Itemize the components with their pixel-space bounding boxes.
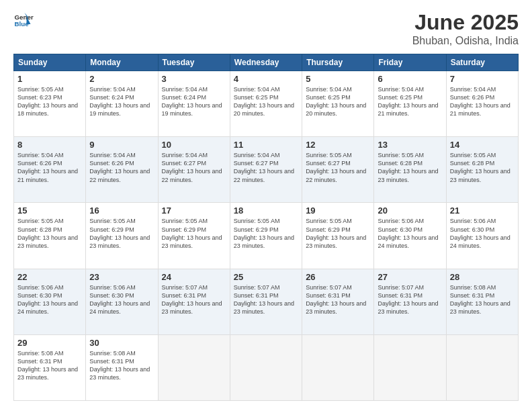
day-number: 27 <box>378 272 442 282</box>
day-number: 1 <box>17 74 82 84</box>
table-row: 20Sunrise: 5:06 AMSunset: 6:30 PMDayligh… <box>374 203 446 269</box>
table-row <box>302 334 374 400</box>
table-row: 26Sunrise: 5:07 AMSunset: 6:31 PMDayligh… <box>302 269 374 334</box>
table-row: 25Sunrise: 5:07 AMSunset: 6:31 PMDayligh… <box>230 269 302 334</box>
calendar-location: Bhuban, Odisha, India <box>412 35 519 47</box>
day-number: 18 <box>234 205 298 216</box>
day-info: Sunrise: 5:06 AMSunset: 6:30 PMDaylight:… <box>450 218 511 248</box>
day-number: 30 <box>89 338 154 348</box>
table-row: 24Sunrise: 5:07 AMSunset: 6:31 PMDayligh… <box>158 269 230 334</box>
day-number: 21 <box>450 205 515 216</box>
table-row: 9Sunrise: 5:04 AMSunset: 6:26 PMDaylight… <box>86 137 158 203</box>
day-info: Sunrise: 5:06 AMSunset: 6:30 PMDaylight:… <box>17 284 78 315</box>
header: General Blue June 2025 Bhuban, Odisha, I… <box>13 10 519 47</box>
table-row: 22Sunrise: 5:06 AMSunset: 6:30 PMDayligh… <box>14 269 86 334</box>
table-row: 21Sunrise: 5:06 AMSunset: 6:30 PMDayligh… <box>446 203 518 269</box>
day-info: Sunrise: 5:08 AMSunset: 6:31 PMDaylight:… <box>89 350 150 381</box>
day-number: 4 <box>234 74 298 84</box>
table-row: 28Sunrise: 5:08 AMSunset: 6:31 PMDayligh… <box>446 269 518 334</box>
calendar-header-row: Sunday Monday Tuesday Wednesday Thursday… <box>14 54 519 71</box>
day-info: Sunrise: 5:07 AMSunset: 6:31 PMDaylight:… <box>162 284 222 315</box>
day-number: 5 <box>306 74 370 84</box>
day-info: Sunrise: 5:04 AMSunset: 6:25 PMDaylight:… <box>234 86 294 117</box>
table-row <box>374 334 446 400</box>
day-number: 15 <box>17 205 82 216</box>
title-block: June 2025 Bhuban, Odisha, India <box>412 10 519 47</box>
day-info: Sunrise: 5:08 AMSunset: 6:31 PMDaylight:… <box>17 350 78 381</box>
day-number: 8 <box>17 140 82 150</box>
generalblue-logo-icon: General Blue <box>13 10 34 30</box>
day-number: 14 <box>450 140 515 150</box>
day-info: Sunrise: 5:05 AMSunset: 6:28 PMDaylight:… <box>450 152 511 183</box>
day-info: Sunrise: 5:04 AMSunset: 6:26 PMDaylight:… <box>450 86 511 117</box>
table-row: 4Sunrise: 5:04 AMSunset: 6:25 PMDaylight… <box>230 71 302 137</box>
calendar-week-row: 15Sunrise: 5:05 AMSunset: 6:28 PMDayligh… <box>14 203 519 269</box>
day-info: Sunrise: 5:06 AMSunset: 6:30 PMDaylight:… <box>378 218 438 248</box>
day-number: 10 <box>162 140 226 150</box>
day-number: 24 <box>162 272 226 282</box>
calendar-week-row: 22Sunrise: 5:06 AMSunset: 6:30 PMDayligh… <box>14 269 519 334</box>
day-info: Sunrise: 5:04 AMSunset: 6:27 PMDaylight:… <box>162 152 222 183</box>
day-info: Sunrise: 5:05 AMSunset: 6:27 PMDaylight:… <box>306 152 366 183</box>
day-info: Sunrise: 5:04 AMSunset: 6:24 PMDaylight:… <box>162 86 222 117</box>
day-number: 3 <box>162 74 226 84</box>
table-row: 10Sunrise: 5:04 AMSunset: 6:27 PMDayligh… <box>158 137 230 203</box>
day-number: 7 <box>450 74 515 84</box>
day-number: 6 <box>378 74 442 84</box>
table-row: 2Sunrise: 5:04 AMSunset: 6:24 PMDaylight… <box>86 71 158 137</box>
day-info: Sunrise: 5:04 AMSunset: 6:26 PMDaylight:… <box>89 152 150 183</box>
table-row: 29Sunrise: 5:08 AMSunset: 6:31 PMDayligh… <box>14 334 86 400</box>
calendar-title: June 2025 <box>412 10 519 35</box>
table-row: 5Sunrise: 5:04 AMSunset: 6:25 PMDaylight… <box>302 71 374 137</box>
col-saturday: Saturday <box>446 54 518 71</box>
day-number: 12 <box>306 140 370 150</box>
day-info: Sunrise: 5:05 AMSunset: 6:29 PMDaylight:… <box>234 218 294 248</box>
day-number: 25 <box>234 272 298 282</box>
table-row <box>446 334 518 400</box>
col-monday: Monday <box>86 54 158 71</box>
day-info: Sunrise: 5:07 AMSunset: 6:31 PMDaylight:… <box>306 284 366 315</box>
day-info: Sunrise: 5:04 AMSunset: 6:26 PMDaylight:… <box>17 152 78 183</box>
day-info: Sunrise: 5:05 AMSunset: 6:29 PMDaylight:… <box>306 218 366 248</box>
day-info: Sunrise: 5:05 AMSunset: 6:28 PMDaylight:… <box>17 218 78 248</box>
table-row: 8Sunrise: 5:04 AMSunset: 6:26 PMDaylight… <box>14 137 86 203</box>
calendar-week-row: 29Sunrise: 5:08 AMSunset: 6:31 PMDayligh… <box>14 334 519 400</box>
day-info: Sunrise: 5:06 AMSunset: 6:30 PMDaylight:… <box>89 284 150 315</box>
day-info: Sunrise: 5:04 AMSunset: 6:24 PMDaylight:… <box>89 86 150 117</box>
table-row: 13Sunrise: 5:05 AMSunset: 6:28 PMDayligh… <box>374 137 446 203</box>
day-number: 2 <box>89 74 154 84</box>
calendar-week-row: 8Sunrise: 5:04 AMSunset: 6:26 PMDaylight… <box>14 137 519 203</box>
day-number: 17 <box>162 205 226 216</box>
day-number: 11 <box>234 140 298 150</box>
table-row <box>230 334 302 400</box>
day-number: 9 <box>89 140 154 150</box>
day-number: 19 <box>306 205 370 216</box>
table-row: 23Sunrise: 5:06 AMSunset: 6:30 PMDayligh… <box>86 269 158 334</box>
day-info: Sunrise: 5:08 AMSunset: 6:31 PMDaylight:… <box>450 284 511 315</box>
table-row: 16Sunrise: 5:05 AMSunset: 6:29 PMDayligh… <box>86 203 158 269</box>
calendar-table: Sunday Monday Tuesday Wednesday Thursday… <box>13 54 519 401</box>
day-info: Sunrise: 5:05 AMSunset: 6:29 PMDaylight:… <box>162 218 222 248</box>
col-thursday: Thursday <box>302 54 374 71</box>
col-friday: Friday <box>374 54 446 71</box>
table-row: 15Sunrise: 5:05 AMSunset: 6:28 PMDayligh… <box>14 203 86 269</box>
table-row: 19Sunrise: 5:05 AMSunset: 6:29 PMDayligh… <box>302 203 374 269</box>
day-number: 20 <box>378 205 442 216</box>
day-info: Sunrise: 5:05 AMSunset: 6:29 PMDaylight:… <box>89 218 150 248</box>
col-wednesday: Wednesday <box>230 54 302 71</box>
table-row: 17Sunrise: 5:05 AMSunset: 6:29 PMDayligh… <box>158 203 230 269</box>
day-number: 26 <box>306 272 370 282</box>
table-row <box>158 334 230 400</box>
col-tuesday: Tuesday <box>158 54 230 71</box>
calendar-week-row: 1Sunrise: 5:05 AMSunset: 6:23 PMDaylight… <box>14 71 519 137</box>
day-number: 29 <box>17 338 82 348</box>
day-info: Sunrise: 5:04 AMSunset: 6:27 PMDaylight:… <box>234 152 294 183</box>
table-row: 3Sunrise: 5:04 AMSunset: 6:24 PMDaylight… <box>158 71 230 137</box>
day-number: 22 <box>17 272 82 282</box>
page: General Blue June 2025 Bhuban, Odisha, I… <box>0 0 532 411</box>
day-info: Sunrise: 5:07 AMSunset: 6:31 PMDaylight:… <box>378 284 438 315</box>
day-info: Sunrise: 5:04 AMSunset: 6:25 PMDaylight:… <box>306 86 366 117</box>
table-row: 30Sunrise: 5:08 AMSunset: 6:31 PMDayligh… <box>86 334 158 400</box>
day-info: Sunrise: 5:07 AMSunset: 6:31 PMDaylight:… <box>234 284 294 315</box>
table-row: 18Sunrise: 5:05 AMSunset: 6:29 PMDayligh… <box>230 203 302 269</box>
